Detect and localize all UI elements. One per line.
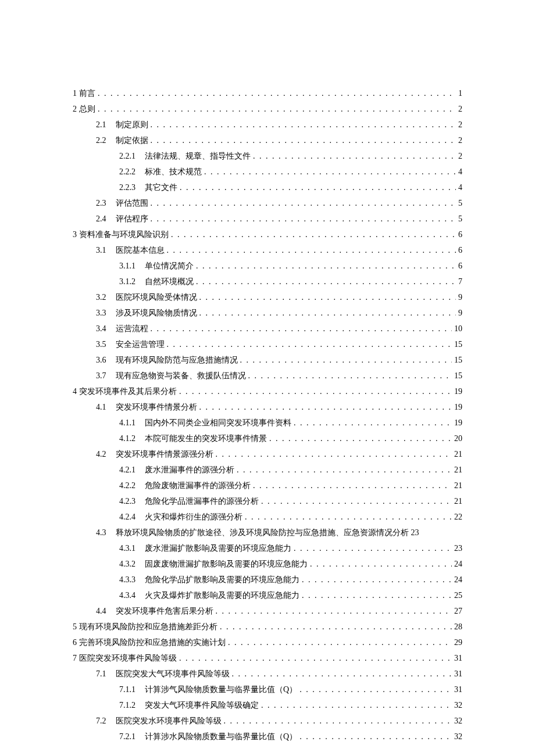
toc-number: 3.1 bbox=[96, 244, 106, 256]
toc-leader: . . . . . . . . . . . . . . . . . . . . … bbox=[151, 119, 456, 131]
toc-number: 3.4 bbox=[96, 323, 106, 335]
toc-entry: 4.2突发环境事件情景源强分析. . . . . . . . . . . . .… bbox=[96, 448, 462, 460]
toc-leader: . . . . . . . . . . . . . . . . . . . . … bbox=[245, 511, 452, 523]
toc-entry: 1前言. . . . . . . . . . . . . . . . . . .… bbox=[73, 87, 462, 99]
toc-title: 资料准备与环境风险识别 bbox=[79, 228, 169, 241]
toc-leader: . . . . . . . . . . . . . . . . . . . . … bbox=[151, 323, 452, 335]
toc-title: 现有环境风险防控和应急措施差距分析 bbox=[79, 621, 217, 633]
toc-page-number: 24 bbox=[454, 558, 462, 570]
toc-page-number: 19 bbox=[454, 401, 462, 413]
toc-number: 7 bbox=[73, 652, 77, 664]
toc-leader: . . . . . . . . . . . . . . . . . . . . … bbox=[299, 730, 452, 743]
toc-title: 其它文件 bbox=[145, 181, 177, 194]
toc-entry: 3.5安全运营管理. . . . . . . . . . . . . . . .… bbox=[96, 338, 462, 350]
toc-title: 前言 bbox=[79, 87, 95, 99]
toc-number: 4.1.2 bbox=[119, 432, 135, 445]
toc-leader: . . . . . . . . . . . . . . . . . . . . … bbox=[240, 354, 452, 366]
toc-number: 4.2.1 bbox=[119, 464, 135, 476]
toc-entry: 2.2制定依据. . . . . . . . . . . . . . . . .… bbox=[96, 134, 462, 146]
toc-entry: 4.2.1废水泄漏事件的源强分析. . . . . . . . . . . . … bbox=[119, 464, 462, 476]
toc-entry: 7.2医院突发水环境事件风险等级. . . . . . . . . . . . … bbox=[96, 715, 462, 727]
toc-entry: 7.1医院突发大气环境事件风险等级. . . . . . . . . . . .… bbox=[96, 668, 462, 680]
toc-page-number: 10 bbox=[454, 323, 462, 335]
toc-number: 4.2.3 bbox=[119, 495, 135, 507]
toc-title: 突发环境事件情景源强分析 bbox=[116, 448, 213, 460]
toc-number: 7.1.1 bbox=[119, 683, 135, 696]
toc-entry: 4.4突发环境事件危害后果分析. . . . . . . . . . . . .… bbox=[96, 605, 462, 617]
toc-number: 4.1 bbox=[96, 401, 106, 413]
toc-entry: 4.2.3危险化学品泄漏事件的源强分析. . . . . . . . . . .… bbox=[119, 495, 462, 507]
toc-number: 2.3 bbox=[96, 197, 106, 209]
toc-leader: . . . . . . . . . . . . . . . . . . . . … bbox=[228, 636, 452, 648]
toc-leader: . . . . . . . . . . . . . . . . . . . . … bbox=[151, 134, 456, 146]
toc-leader: . . . . . . . . . . . . . . . . . . . . … bbox=[179, 385, 452, 397]
toc-page-number: 7 bbox=[458, 275, 462, 288]
toc-number: 4.3 bbox=[96, 526, 106, 539]
toc-number: 7.2 bbox=[96, 715, 106, 727]
toc-number: 7.1 bbox=[96, 668, 106, 680]
toc-page-number: 19 bbox=[454, 385, 462, 397]
toc-number: 3.3 bbox=[96, 307, 106, 319]
toc-entry: 3.7现有应急物资与装备、救援队伍情况. . . . . . . . . . .… bbox=[96, 370, 462, 382]
toc-leader: . . . . . . . . . . . . . . . . . . . . … bbox=[269, 432, 452, 445]
toc-number: 4.4 bbox=[96, 605, 106, 617]
toc-title: 标准、技术规范 bbox=[145, 166, 202, 178]
toc-number: 1 bbox=[73, 87, 77, 99]
toc-title: 制定原则 bbox=[116, 119, 148, 131]
toc-number: 3 bbox=[73, 228, 77, 241]
toc-leader: . . . . . . . . . . . . . . . . . . . . … bbox=[302, 574, 452, 586]
toc-page-number: 4 bbox=[458, 166, 462, 178]
toc-entry: 3.1医院基本信息. . . . . . . . . . . . . . . .… bbox=[96, 244, 462, 256]
toc-entry: 2.4评估程序. . . . . . . . . . . . . . . . .… bbox=[96, 213, 462, 225]
toc-page-number: 20 bbox=[454, 432, 462, 445]
toc-title: 医院突发大气环境事件风险等级 bbox=[116, 668, 230, 680]
toc-leader: . . . . . . . . . . . . . . . . . . . . … bbox=[237, 464, 452, 476]
toc-page-number: 21 bbox=[454, 464, 462, 476]
toc-number: 2.2.2 bbox=[119, 166, 135, 178]
toc-page-number: 6 bbox=[458, 228, 462, 241]
toc-entry: 4突发环境事件及其后果分析. . . . . . . . . . . . . .… bbox=[73, 385, 462, 397]
toc-number: 2.2 bbox=[96, 134, 106, 146]
toc-title: 评估范围 bbox=[116, 197, 148, 209]
toc-entry: 2总则. . . . . . . . . . . . . . . . . . .… bbox=[73, 103, 462, 115]
toc-entry: 3.6现有环境风险防范与应急措施情况. . . . . . . . . . . … bbox=[96, 354, 462, 366]
toc-page-number: 9 bbox=[458, 307, 462, 319]
toc-entry: 7.2.1计算涉水风险物质数量与临界量比值（Q）. . . . . . . . … bbox=[119, 730, 462, 743]
toc-page-number: 22 bbox=[454, 511, 462, 523]
toc-leader: . . . . . . . . . . . . . . . . . . . . … bbox=[199, 307, 456, 319]
toc-page-number: 6 bbox=[458, 244, 462, 256]
toc-leader: . . . . . . . . . . . . . . . . . . . . … bbox=[261, 495, 452, 507]
toc-entry: 4.1.2本院可能发生的突发环境事件情景. . . . . . . . . . … bbox=[119, 432, 462, 445]
toc-page-number: 2 bbox=[458, 103, 462, 115]
toc-title: 突发环境事件情景分析 bbox=[116, 401, 197, 413]
toc-page-number: 27 bbox=[454, 605, 462, 617]
toc-page-number: 25 bbox=[454, 589, 462, 601]
toc-page-number: 29 bbox=[454, 636, 462, 648]
toc-number: 4.3.1 bbox=[119, 542, 135, 554]
toc-number: 4 bbox=[73, 385, 77, 397]
toc-number: 4.2.2 bbox=[119, 479, 135, 492]
toc-number: 2.2.1 bbox=[119, 150, 135, 162]
toc-title: 突发环境事件及其后果分析 bbox=[79, 385, 177, 397]
toc-leader: . . . . . . . . . . . . . . . . . . . . … bbox=[253, 150, 456, 162]
toc-title: 单位情况简介 bbox=[145, 260, 194, 272]
toc-entry: 7.1.2突发大气环境事件风险等级确定. . . . . . . . . . .… bbox=[119, 699, 462, 711]
toc-entry: 4.1.1国内外不同类企业相同突发环境事件资料. . . . . . . . .… bbox=[119, 417, 462, 429]
toc-page-number: 23 bbox=[454, 542, 462, 554]
toc-leader: . . . . . . . . . . . . . . . . . . . . … bbox=[98, 87, 456, 99]
toc-number: 4.3.3 bbox=[119, 574, 135, 586]
toc-title: 现有环境风险防范与应急措施情况 bbox=[116, 354, 238, 366]
toc-entry: 2.2.3其它文件. . . . . . . . . . . . . . . .… bbox=[119, 181, 462, 194]
toc-entry: 4.2.2危险废物泄漏事件的源强分析. . . . . . . . . . . … bbox=[119, 479, 462, 492]
toc-title: 总则 bbox=[79, 103, 95, 115]
toc-page-number: 2 bbox=[458, 150, 462, 162]
toc-page-number: 5 bbox=[458, 197, 462, 209]
toc-entry: 4.3.3危险化学品扩散影响及需要的环境应急能力. . . . . . . . … bbox=[119, 574, 462, 586]
toc-title: 现有应急物资与装备、救援队伍情况 bbox=[116, 370, 246, 382]
toc-leader: . . . . . . . . . . . . . . . . . . . . … bbox=[216, 605, 452, 617]
toc-page-number: 21 bbox=[454, 495, 462, 507]
toc-title: 废水泄漏扩散影响及需要的环境应急能力 bbox=[145, 542, 291, 554]
toc-entry: 4.3.4火灾及爆炸扩散影响及需要的环境应急能力. . . . . . . . … bbox=[119, 589, 462, 601]
toc-page-number: 15 bbox=[454, 338, 462, 350]
toc-number: 2.4 bbox=[96, 213, 106, 225]
